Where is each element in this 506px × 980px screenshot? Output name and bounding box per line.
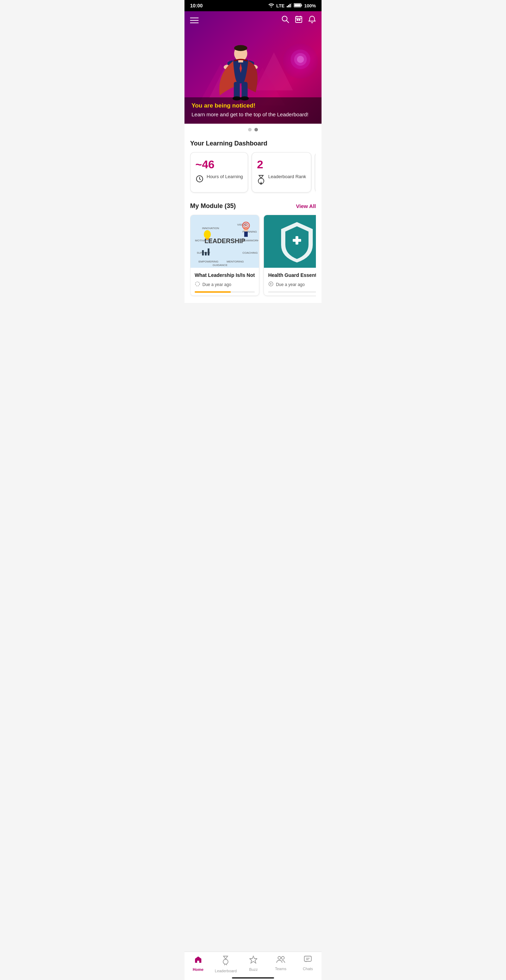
svg-point-22 [234,45,247,51]
health-card-title: Health Guard Essentials [268,272,316,278]
health-guard-image [264,215,316,268]
svg-rect-67 [205,252,207,255]
svg-point-8 [282,16,287,21]
battery-icon [294,3,302,8]
svg-rect-15 [299,19,300,21]
svg-rect-62 [244,232,248,237]
svg-point-69 [196,282,200,286]
svg-rect-3 [290,4,291,7]
leadership-card-title: What Leadership Is/Is Not [195,272,255,278]
health-progress-container [268,291,316,293]
leaderboard-label: Leaderboard [215,969,237,973]
svg-line-9 [287,21,289,23]
svg-rect-6 [294,4,301,6]
learning-dashboard-section: Your Learning Dashboard ~46 Hours of Lea… [190,140,316,194]
battery-percent: 100% [304,3,316,8]
status-bar: 10:00 LTE 100% [185,0,321,11]
time-display: 10:00 [190,3,203,8]
rank-card[interactable]: 2 Leaderboard Rank [251,152,311,192]
leadership-progress-bar [195,291,231,293]
medal-icon [257,175,265,186]
carousel-dots [185,124,321,134]
leadership-card-body: What Leadership Is/Is Not Due a year ago [191,268,259,296]
home-icon [194,955,202,966]
svg-marker-73 [270,283,272,285]
modules-section: My Module (35) View All LEADERSHIP INNOV… [190,202,316,297]
dashboard-section-title: Your Learning Dashboard [190,140,316,147]
svg-rect-28 [234,82,240,99]
status-icons: LTE 100% [269,3,316,8]
svg-rect-78 [304,956,311,961]
home-indicator [232,977,274,978]
module-card-health[interactable]: Health Guard Essentials Due a year ago [264,215,316,296]
svg-text:GUIDANCE: GUIDANCE [213,264,228,267]
svg-text:INNOVATION: INNOVATION [202,227,219,230]
svg-rect-60 [206,238,209,240]
dot-2[interactable] [255,128,258,131]
leadership-due-text: Due a year ago [202,282,231,287]
chats-icon [304,955,312,965]
svg-rect-4 [291,3,292,7]
module-cards-list: LEADERSHIP INNOVATION VISION PLANNING MO… [190,215,316,297]
header-icons [282,16,316,25]
svg-rect-29 [242,82,248,99]
view-all-button[interactable]: View All [296,203,316,209]
header-bar [185,11,321,30]
wifi-icon [269,3,274,8]
svg-point-76 [278,956,281,959]
svg-text:EMPOWERING: EMPOWERING [199,260,218,263]
nav-leaderboard[interactable]: Leaderboard [215,955,237,973]
notification-icon[interactable] [308,16,316,25]
search-icon[interactable] [282,16,289,25]
nav-home[interactable]: Home [188,955,209,973]
buzz-icon [250,955,257,966]
main-content: Your Learning Dashboard ~46 Hours of Lea… [185,134,321,303]
hours-card-bottom: Hours of Learning [196,174,243,185]
svg-point-65 [245,225,247,226]
hero-section: You are being noticed! Learn more and ge… [185,11,321,124]
svg-point-35 [297,56,304,63]
teams-icon [276,955,285,965]
dashboard-cards: ~46 Hours of Learning 2 [190,152,316,194]
svg-rect-71 [296,236,298,245]
svg-marker-75 [250,956,257,963]
svg-rect-68 [208,248,209,255]
dot-1[interactable] [248,128,251,131]
nav-chats[interactable]: Chats [297,955,318,973]
leadership-card-image: LEADERSHIP INNOVATION VISION PLANNING MO… [191,215,259,268]
hamburger-menu[interactable] [190,18,199,23]
svg-text:MOTIVATION: MOTIVATION [195,239,212,242]
svg-rect-10 [296,16,302,22]
svg-rect-66 [202,250,204,255]
courses-card[interactable]: 24 [315,152,316,192]
svg-text:TEAMWORK: TEAMWORK [242,239,258,242]
svg-rect-7 [301,5,302,6]
rank-card-bottom: Leaderboard Rank [257,174,306,186]
module-section-title: My Module (35) [190,202,236,210]
clock-icon [196,175,204,185]
chats-label: Chats [303,967,313,971]
svg-point-0 [271,6,272,7]
buzz-label: Buzz [249,967,258,972]
health-due: Due a year ago [268,281,316,288]
svg-rect-14 [297,19,298,21]
health-card-body: Health Guard Essentials Due a year ago [264,268,316,296]
svg-rect-2 [288,5,289,7]
lte-label: LTE [276,3,285,8]
nav-buzz[interactable]: Buzz [243,955,264,973]
svg-text:COACHING: COACHING [242,251,258,255]
nav-teams[interactable]: Teams [270,955,291,973]
lightbulb-decoration [283,44,318,79]
hero-subtitle: Learn more and get to the top of the Lea… [191,111,315,118]
svg-rect-1 [287,6,288,7]
svg-text:MENTORING: MENTORING [227,260,244,263]
home-label: Home [193,967,204,972]
svg-point-59 [204,230,211,239]
hours-card[interactable]: ~46 Hours of Learning [190,152,248,192]
leadership-due: Due a year ago [195,281,255,288]
calendar-icon[interactable] [295,16,302,25]
module-card-leadership[interactable]: LEADERSHIP INNOVATION VISION PLANNING MO… [190,215,259,296]
hours-number: ~46 [196,158,243,171]
play-circle-icon [268,281,274,288]
hero-title: You are being noticed! [191,102,315,109]
